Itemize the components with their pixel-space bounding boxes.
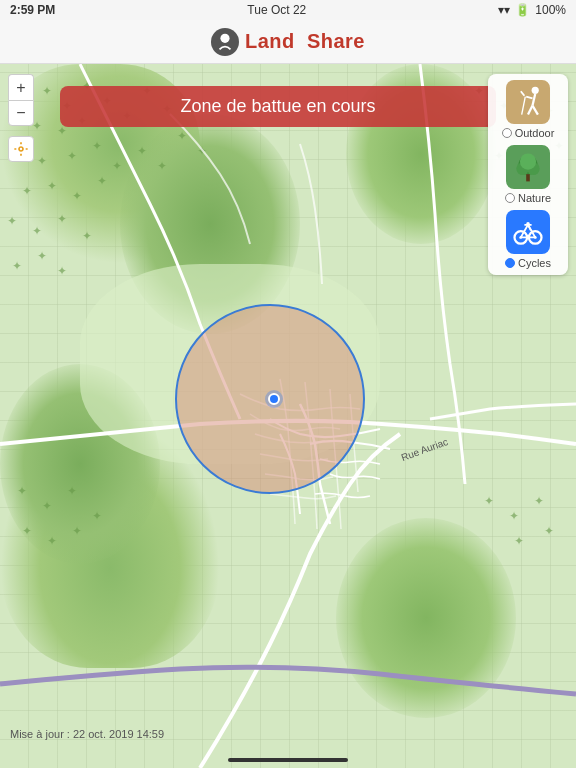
- battery-icon: 🔋: [515, 3, 530, 17]
- zoom-out-button[interactable]: −: [8, 100, 34, 126]
- zoom-controls: + −: [8, 74, 34, 126]
- svg-line-3: [533, 94, 536, 106]
- outdoor-radio: [502, 128, 512, 138]
- outdoor-label: Outdoor: [502, 127, 555, 139]
- layer-item-outdoor[interactable]: Outdoor: [496, 80, 560, 139]
- location-button[interactable]: [8, 136, 34, 162]
- status-time: 2:59 PM: [10, 3, 55, 17]
- svg-rect-10: [526, 174, 530, 181]
- wifi-icon: ▾▾: [498, 3, 510, 17]
- nature-label: Nature: [505, 192, 551, 204]
- cycles-label: Cycles: [505, 257, 551, 269]
- cycles-radio: [505, 258, 515, 268]
- app-title: Land Share: [211, 28, 365, 56]
- app-name: Land Share: [245, 30, 365, 53]
- cycles-icon: [506, 210, 550, 254]
- svg-point-2: [532, 87, 539, 94]
- update-timestamp: Mise à jour : 22 oct. 2019 14:59: [10, 728, 164, 740]
- nav-bar: Land Share: [0, 20, 576, 64]
- nature-icon: [506, 145, 550, 189]
- outdoor-icon: [506, 80, 550, 124]
- layer-item-nature[interactable]: Nature: [496, 145, 560, 204]
- svg-line-5: [528, 106, 533, 115]
- status-date: Tue Oct 22: [247, 3, 306, 17]
- location-dot: [268, 393, 280, 405]
- status-battery: ▾▾ 🔋 100%: [498, 3, 566, 17]
- layer-item-cycles[interactable]: Cycles: [496, 210, 560, 269]
- map-container[interactable]: ✦ ✦ ✦ ✦ ✦ ✦ ✦ ✦ ✦ ✦ ✦ ✦ ✦ ✦ ✦ ✦ ✦ ✦ ✦ ✦ …: [0, 64, 576, 768]
- svg-line-7: [521, 91, 525, 96]
- svg-point-1: [19, 147, 23, 151]
- zoom-in-button[interactable]: +: [8, 74, 34, 100]
- app-logo: [211, 28, 239, 56]
- svg-line-4: [526, 97, 532, 99]
- svg-point-18: [526, 222, 530, 226]
- zone-banner: Zone de battue en cours: [60, 86, 496, 127]
- layer-panel: Outdoor Nature: [488, 74, 568, 275]
- status-bar: 2:59 PM Tue Oct 22 ▾▾ 🔋 100%: [0, 0, 576, 20]
- home-indicator: [228, 758, 348, 762]
- svg-line-8: [522, 97, 526, 115]
- nature-radio: [505, 193, 515, 203]
- svg-point-13: [520, 154, 536, 170]
- svg-line-6: [533, 106, 538, 115]
- svg-point-0: [220, 33, 229, 42]
